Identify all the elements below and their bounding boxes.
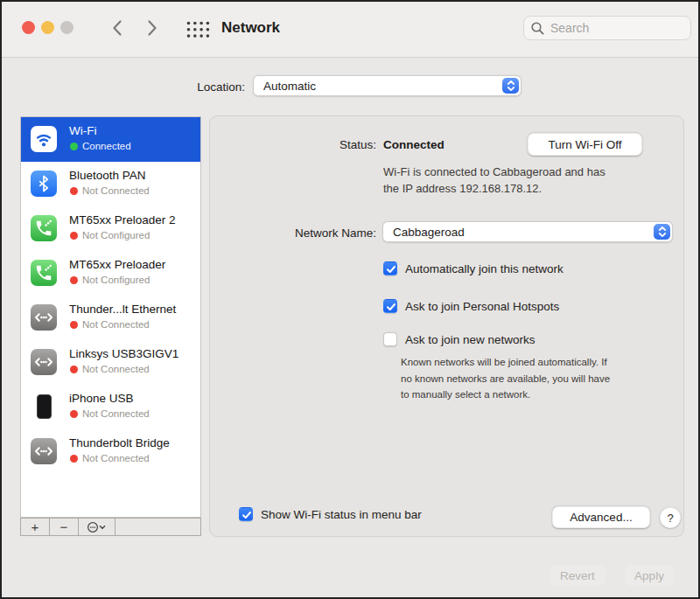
interface-status: Not Connected [82,408,150,419]
page-title: Network [221,19,280,37]
zoom-window-button [60,21,74,34]
dropdown-stepper-icon [654,224,670,240]
sidebar-item-mt65xx-preloader-2[interactable]: MT65xx Preloader 2 Not Configured [21,206,200,251]
network-name-label: Network Name: [210,226,376,240]
interface-list-toolbar: + − [20,518,201,536]
status-dot [70,455,78,463]
status-dot [70,321,78,329]
checkbox-label: Ask to join new networks [405,333,536,346]
circle-ellipsis-chevron-icon [87,520,108,534]
apply-button: Apply [625,565,674,586]
interface-name: MT65xx Preloader 2 [69,213,176,226]
wifi-settings-panel: Status: Connected Turn Wi-Fi Off Wi-Fi i… [209,115,684,537]
network-name-dropdown[interactable]: Cabbageroad [382,221,673,242]
interface-status: Not Connected [82,364,150,374]
interface-status: Not Connected [82,319,150,330]
show-wifi-status-checkbox[interactable] [239,507,253,521]
checkbox-label: Automatically join this network [405,262,564,275]
status-dot [70,410,78,418]
checkbox-row-new-networks: Ask to join new networks [383,332,536,346]
interface-status: Not Connected [82,453,150,463]
sidebar-item-wifi[interactable]: Wi-Fi Connected [21,117,200,162]
advanced-button[interactable]: Advanced... [552,506,650,528]
checkbox-row-auto-join: Automatically join this network [383,261,564,275]
chevron-right-icon [147,19,158,40]
sidebar-item-mt65xx-preloader[interactable]: MT65xx Preloader Not Configured [21,251,200,296]
join-help-text: Known networks will be joined automatica… [401,354,610,403]
status-dot [70,143,78,150]
checkbox-row-personal-hotspots: Ask to join Personal Hotspots [383,299,559,313]
interface-name: Linksys USB3GIGV1 [69,347,178,360]
network-preferences-window: Network Location: Automatic [0,0,700,599]
add-interface-button[interactable]: + [21,519,50,535]
ethernet-icon [31,304,57,331]
turn-wifi-off-button[interactable]: Turn Wi-Fi Off [528,133,642,156]
new-networks-checkbox[interactable] [383,332,397,346]
interface-name: Thunderbolt Bridge [69,436,170,449]
interface-name: MT65xx Preloader [69,258,165,271]
checkbox-row-menu-bar: Show Wi-Fi status in menu bar [239,507,422,521]
dots-grid-icon [186,27,211,42]
search-input[interactable] [523,16,691,40]
more-actions-button[interactable] [79,519,116,535]
status-dot [70,232,78,240]
titlebar: Network [2,2,698,58]
close-window-button[interactable] [22,21,35,34]
check-icon [385,301,397,313]
sidebar-item-thunderbolt-ethernet[interactable]: Thunder...lt Ethernet Not Connected [21,296,200,340]
auto-join-checkbox[interactable] [383,261,397,275]
sidebar-item-thunderbolt-bridge[interactable]: Thunderbolt Bridge Not Connected [21,429,200,474]
search-icon [530,21,545,36]
help-button[interactable]: ? [660,507,681,528]
interface-status: Connected [82,141,131,151]
forward-button[interactable] [142,19,163,40]
status-dot [70,366,78,373]
back-button[interactable] [107,19,128,40]
remove-interface-button[interactable]: − [50,519,79,535]
location-dropdown[interactable]: Automatic [253,75,522,96]
phone-icon [31,215,57,241]
interface-status: Not Connected [82,185,150,196]
bluetooth-icon [31,171,57,197]
location-label: Location: [72,80,245,94]
interface-name: iPhone USB [69,392,134,405]
sidebar-item-iphone-usb[interactable]: iPhone USB Not Connected [21,385,200,429]
checkbox-label: Show Wi-Fi status in menu bar [261,508,422,521]
status-label: Status: [210,138,376,151]
interface-name: Thunder...lt Ethernet [69,303,176,316]
minimize-window-button[interactable] [41,21,54,34]
sidebar-item-bluetooth-pan[interactable]: Bluetooth PAN Not Connected [21,162,200,206]
iphone-icon [31,394,57,420]
show-all-preferences-button[interactable] [186,20,212,39]
location-value: Automatic [263,80,316,93]
wifi-icon [31,126,57,152]
interface-name: Bluetooth PAN [69,169,146,182]
chevron-left-icon [112,19,122,40]
sidebar-item-linksys-usb3gigv1[interactable]: Linksys USB3GIGV1 Not Connected [21,340,200,385]
status-dot [70,187,78,195]
check-icon [241,509,253,521]
network-name-value: Cabbageroad [393,226,465,239]
revert-button: Revert [550,565,606,586]
ethernet-icon [31,438,57,464]
check-icon [385,263,397,275]
ethernet-icon [31,349,57,375]
dropdown-stepper-icon [502,78,519,94]
status-description: Wi-Fi is connected to Cabbageroad and ha… [383,164,606,197]
checkbox-label: Ask to join Personal Hotspots [405,300,559,313]
interfaces-list: Wi-Fi Connected Bluetooth PAN Not Connec… [20,116,201,518]
search-field-wrap [523,16,691,40]
interface-status: Not Configured [82,230,150,240]
phone-icon [31,260,57,286]
personal-hotspots-checkbox[interactable] [383,299,397,313]
toolbar-filler [116,519,200,535]
status-dot [70,276,78,284]
status-value: Connected [383,138,444,151]
interface-name: Wi-Fi [69,124,96,137]
interface-status: Not Configured [82,275,150,285]
